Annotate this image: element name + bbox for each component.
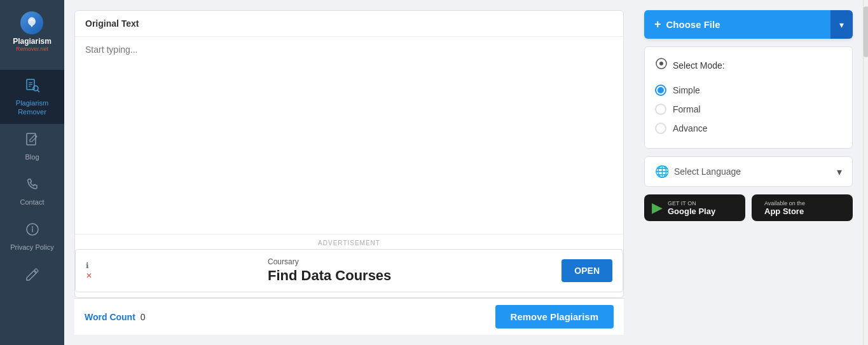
- sidebar-item-plagiarism-remover-label: PlagiarismRemover: [16, 99, 48, 116]
- radio-formal[interactable]: [655, 104, 666, 115]
- logo-text: Plagiarism: [13, 37, 52, 46]
- mode-panel: Select Mode: Simple Formal Advance: [644, 46, 853, 149]
- google-play-text: GET IT ON Google Play: [668, 200, 715, 216]
- language-select[interactable]: 🌐 Select Language ▾: [644, 156, 853, 187]
- ad-title: Find Data Courses: [268, 267, 391, 284]
- ad-open-button[interactable]: OPEN: [561, 259, 612, 282]
- mode-option-advance[interactable]: Advance: [655, 119, 842, 138]
- ad-label: ADVERTISEMENT: [75, 240, 623, 247]
- advertisement-section: ADVERTISEMENT ℹ ✕ Coursary Find Data Cou…: [75, 234, 623, 297]
- mode-option-simple[interactable]: Simple: [655, 81, 842, 100]
- privacy-icon: [25, 222, 40, 241]
- ad-box: ℹ ✕ Coursary Find Data Courses OPEN: [75, 249, 623, 292]
- chevron-down-icon: ▾: [839, 20, 844, 30]
- pencil-icon: [25, 267, 40, 286]
- sidebar-item-contact[interactable]: Contact: [0, 169, 64, 214]
- app-badges: ▶ GET IT ON Google Play Available on the…: [644, 194, 853, 221]
- mode-label-advance: Advance: [673, 123, 707, 133]
- sidebar-item-plagiarism-remover[interactable]: PlagiarismRemover: [0, 70, 64, 123]
- google-play-store: Google Play: [668, 206, 715, 216]
- word-count-section: Word Count 0: [85, 312, 146, 322]
- app-store-text: Available on the App Store: [764, 200, 805, 216]
- mode-header-label: Select Mode:: [673, 60, 725, 71]
- logo-icon: [20, 11, 43, 34]
- language-select-label: Select Language: [674, 166, 741, 177]
- globe-icon: 🌐: [655, 165, 669, 179]
- mode-icon: [655, 57, 668, 73]
- scrollbar-thumb[interactable]: [864, 6, 868, 57]
- ad-content: Coursary Find Data Courses: [268, 257, 391, 284]
- google-play-badge[interactable]: ▶ GET IT ON Google Play: [644, 194, 745, 221]
- ad-brand: Coursary: [268, 257, 391, 266]
- scrollbar[interactable]: [863, 0, 868, 345]
- google-play-icon: ▶: [652, 200, 663, 216]
- sidebar-item-contact-label: Contact: [20, 198, 45, 206]
- text-panel: Original Text ADVERTISEMENT ℹ ✕ Coursary…: [74, 10, 624, 298]
- word-count-value: 0: [141, 312, 146, 322]
- sidebar: Plagiarism Remover.net PlagiarismRemover…: [0, 0, 64, 345]
- sidebar-item-blog[interactable]: Blog: [0, 124, 64, 169]
- blog-icon: [25, 132, 40, 151]
- choose-file-dropdown-button[interactable]: ▾: [830, 10, 853, 39]
- footer-bar: Word Count 0 Remove Plagiarism: [74, 298, 624, 335]
- svg-point-1: [33, 86, 38, 91]
- ad-close-icon[interactable]: ✕: [86, 271, 92, 280]
- remove-plagiarism-button[interactable]: Remove Plagiarism: [495, 305, 614, 328]
- text-panel-header: Original Text: [75, 11, 623, 37]
- word-count-label: Word Count: [85, 312, 135, 322]
- radio-simple[interactable]: [655, 85, 666, 96]
- ad-controls: ℹ ✕: [86, 261, 92, 280]
- google-play-get: GET IT ON: [668, 200, 715, 206]
- contact-icon: [25, 177, 40, 196]
- sidebar-item-blog-label: Blog: [25, 153, 39, 161]
- ad-info-icon[interactable]: ℹ: [86, 261, 89, 270]
- radio-advance[interactable]: [655, 123, 666, 134]
- app-store-get: Available on the: [764, 200, 805, 206]
- mode-label-formal: Formal: [673, 104, 701, 114]
- app-store-badge[interactable]: Available on the App Store: [752, 194, 853, 221]
- choose-file-container: + Choose File ▾: [644, 10, 853, 39]
- svg-line-2: [38, 90, 39, 92]
- language-select-left: 🌐 Select Language: [655, 165, 741, 179]
- sidebar-item-privacy-policy[interactable]: Privacy Policy: [0, 214, 64, 259]
- plus-icon: +: [654, 18, 661, 31]
- language-chevron-icon: ▾: [837, 166, 842, 178]
- mode-header: Select Mode:: [655, 57, 842, 73]
- sidebar-item-extra[interactable]: [0, 259, 64, 296]
- main-content: Original Text ADVERTISEMENT ℹ ✕ Coursary…: [64, 0, 634, 345]
- sidebar-logo: Plagiarism Remover.net: [10, 6, 54, 57]
- mode-label-simple: Simple: [673, 85, 700, 95]
- logo-subtext: Remover.net: [16, 46, 48, 52]
- choose-file-button[interactable]: + Choose File: [644, 10, 830, 39]
- mode-option-formal[interactable]: Formal: [655, 100, 842, 119]
- app-store-store: App Store: [764, 206, 805, 216]
- sidebar-item-privacy-label: Privacy Policy: [10, 243, 53, 252]
- original-text-input[interactable]: [85, 44, 613, 226]
- right-panel: + Choose File ▾ Select Mode: Simple Form…: [634, 0, 863, 345]
- choose-file-label: Choose File: [666, 19, 720, 30]
- plagiarism-remover-icon: [25, 78, 40, 97]
- svg-point-11: [659, 62, 663, 65]
- text-panel-body: [75, 37, 623, 234]
